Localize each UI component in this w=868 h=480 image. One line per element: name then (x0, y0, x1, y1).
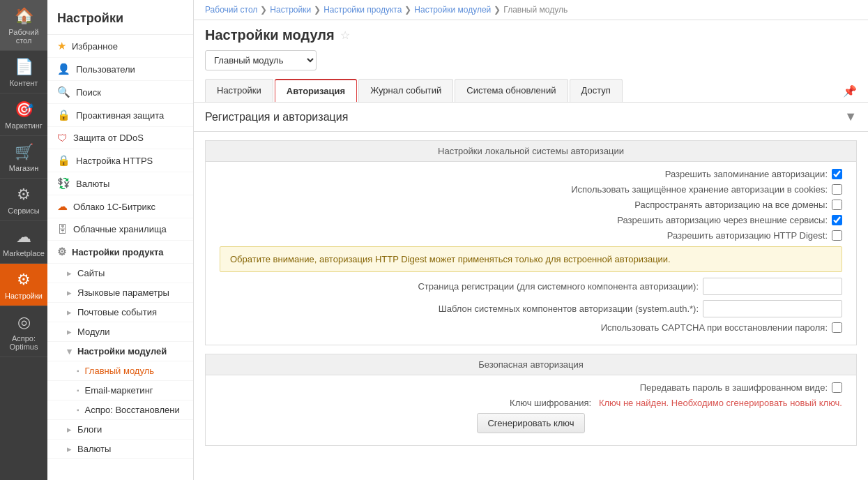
modules-icon: ▸ (67, 327, 72, 337)
sidebar-item-lang-params[interactable]: ▸ Языковые параметры (47, 283, 193, 303)
sidebar-item-marketing[interactable]: 🎯 Маркетинг (0, 93, 47, 136)
sidebar-item-favorites[interactable]: ★ Избранное (47, 35, 193, 58)
generate-key-button[interactable]: Сгенерировать ключ (477, 413, 584, 433)
form-row-key-info: Ключ шифрования: Ключ не найден. Необход… (220, 398, 842, 408)
sidebar-item-aspro-restore[interactable]: ▪ Аспро: Восстановлени (47, 400, 193, 420)
encrypt-label: Передавать пароль в зашифрованном виде: (640, 382, 828, 393)
form-row-captcha: Использовать CAPTCHA при восстановлении … (220, 322, 842, 333)
tab-event-log[interactable]: Журнал событий (358, 79, 453, 102)
tab-access[interactable]: Доступ (570, 79, 623, 102)
breadcrumb-product-settings[interactable]: Настройки продукта (323, 5, 402, 15)
remember-auth-label: Разрешить запоминание авторизации: (665, 169, 828, 179)
tab-update-system-label: Система обновлений (466, 85, 556, 96)
section-collapse-icon[interactable]: ▼ (844, 110, 857, 124)
sidebar-item-ddos[interactable]: 🛡 Защита от DDoS (47, 127, 193, 149)
page-header: Настройки модуля ☆ Главный модуль Настро… (194, 20, 868, 103)
sidebar-item-settings-label: Настройки (5, 292, 43, 300)
sidebar-item-services[interactable]: ⚙ Сервисы (0, 179, 47, 221)
shield-icon: 🛡 (57, 132, 68, 144)
tab-authorization[interactable]: Авторизация (275, 79, 357, 102)
form-row-encrypt: Передавать пароль в зашифрованном виде: (220, 382, 842, 393)
sidebar-item-proactive[interactable]: 🔒 Проактивная защита (47, 104, 193, 127)
sidebar-item-services-label: Сервисы (8, 207, 40, 215)
sidebar-item-email-marketing-label: Email-маркетинг (85, 385, 153, 396)
tab-event-log-label: Журнал событий (370, 85, 441, 96)
pin-icon[interactable]: 📌 (843, 84, 857, 98)
https-icon: 🔒 (57, 154, 70, 167)
sidebar-item-module-settings[interactable]: ▾ Настройки модулей (47, 342, 193, 361)
sidebar-item-desktop[interactable]: 🏠 Рабочий стол (0, 0, 47, 51)
local-auth-section: Настройки локальной системы авторизации … (205, 140, 857, 345)
favorite-star-icon[interactable]: ☆ (340, 29, 350, 42)
search-icon: 🔍 (57, 86, 70, 98)
sidebar-item-cloud1c[interactable]: ☁ Облако 1С-Битрикс (47, 195, 193, 218)
sidebar-item-mail-events[interactable]: ▸ Почтовые события (47, 303, 193, 322)
sidebar-item-content-label: Контент (10, 79, 38, 87)
secure-cookies-checkbox[interactable] (832, 184, 842, 195)
tab-settings[interactable]: Настройки (205, 79, 273, 102)
sidebar-item-cloud1c-label: Облако 1С-Битрикс (73, 202, 155, 212)
sidebar-item-users[interactable]: 👤 Пользователи (47, 58, 193, 81)
sidebar-item-proactive-label: Проактивная защита (76, 110, 164, 121)
module-settings-icon: ▾ (67, 346, 72, 357)
marketing-icon: 🎯 (15, 100, 33, 119)
shop-icon: 🛒 (15, 143, 33, 161)
http-digest-label: Разрешить авторизацию HTTP Digest: (667, 230, 828, 241)
sidebar-item-currencies2[interactable]: ▸ Валюты (47, 440, 193, 459)
remember-auth-checkbox[interactable] (832, 169, 842, 179)
http-digest-info-box: Обратите внимание, авторизация HTTP Dige… (220, 246, 842, 272)
sidebar-item-marketing-label: Маркетинг (5, 121, 42, 130)
sidebar-item-email-marketing[interactable]: ▪ Email-маркетинг (47, 381, 193, 400)
content-area: Регистрация и авторизация ▼ Настройки ло… (194, 103, 868, 480)
main-module-icon: ▪ (77, 367, 79, 375)
sidebar-item-search[interactable]: 🔍 Поиск (47, 81, 193, 104)
sidebar-item-currencies2-label: Валюты (77, 444, 111, 454)
sidebar-item-currencies-label: Валюты (76, 179, 109, 189)
sidebar-item-https[interactable]: 🔒 Настройка HTTPS (47, 149, 193, 172)
sidebar-item-modules[interactable]: ▸ Модули (47, 322, 193, 342)
mail-icon: ▸ (67, 307, 72, 317)
template-input[interactable] (703, 300, 842, 317)
registration-page-input[interactable] (703, 278, 842, 295)
sidebar-item-currencies[interactable]: 💱 Валюты (47, 172, 193, 195)
email-marketing-icon: ▪ (77, 387, 79, 394)
form-row-generate: Сгенерировать ключ (220, 413, 842, 433)
sidebar-item-aspro[interactable]: ◎ Аспро: Optimus (0, 306, 47, 357)
sidebar-item-settings[interactable]: ⚙ Настройки (0, 264, 47, 306)
breadcrumb-settings[interactable]: Настройки (270, 5, 311, 15)
section-header: Регистрация и авторизация ▼ (194, 103, 868, 132)
nav-sidebar: Настройки ★ Избранное 👤 Пользователи 🔍 П… (47, 0, 194, 480)
sidebar-item-product-settings[interactable]: ⚙ Настройки продукта (47, 241, 193, 264)
module-select[interactable]: Главный модуль (205, 50, 317, 70)
sidebar-item-blogs[interactable]: ▸ Блоги (47, 420, 193, 440)
breadcrumb-sep4: ❯ (494, 5, 501, 15)
http-digest-checkbox[interactable] (832, 230, 842, 241)
sidebar-item-marketplace-label: Marketplace (3, 249, 45, 257)
registration-page-label: Страница регистрации (для системного ком… (418, 281, 699, 292)
encrypt-checkbox[interactable] (832, 382, 842, 393)
form-row-remember-auth: Разрешить запоминание авторизации: (220, 169, 842, 179)
spread-domains-checkbox[interactable] (832, 200, 842, 210)
sidebar-item-sites[interactable]: ▸ Сайты (47, 264, 193, 283)
breadcrumb-desktop[interactable]: Рабочий стол (205, 5, 257, 15)
module-select-row: Главный модуль (205, 50, 857, 70)
sidebar-item-ddos-label: Защита от DDoS (73, 133, 144, 143)
captcha-checkbox[interactable] (832, 322, 842, 333)
breadcrumb-module-settings[interactable]: Настройки модулей (414, 5, 491, 15)
sidebar-item-content[interactable]: 📄 Контент (0, 51, 47, 93)
secure-auth-section: Безопасная авторизация Передавать пароль… (205, 354, 857, 446)
sidebar-item-marketplace[interactable]: ☁ Marketplace (0, 221, 47, 264)
nav-sidebar-title: Настройки (47, 0, 193, 35)
user-icon: 👤 (57, 63, 70, 75)
sidebar-item-cloudstorage[interactable]: 🗄 Облачные хранилища (47, 218, 193, 241)
sidebar-item-https-label: Настройка HTTPS (76, 156, 153, 166)
secure-auth-body: Передавать пароль в зашифрованном виде: … (205, 375, 857, 446)
external-services-checkbox[interactable] (832, 215, 842, 225)
sidebar-item-main-module[interactable]: ▪ Главный модуль (47, 361, 193, 381)
storage-icon: 🗄 (57, 223, 68, 235)
content-icon: 📄 (15, 58, 33, 76)
sidebar-item-lang-params-label: Языковые параметры (77, 287, 169, 298)
sidebar-item-shop[interactable]: 🛒 Магазин (0, 136, 47, 179)
tab-update-system[interactable]: Система обновлений (455, 79, 568, 102)
secure-cookies-label: Использовать защищённое хранение авториз… (571, 184, 828, 195)
